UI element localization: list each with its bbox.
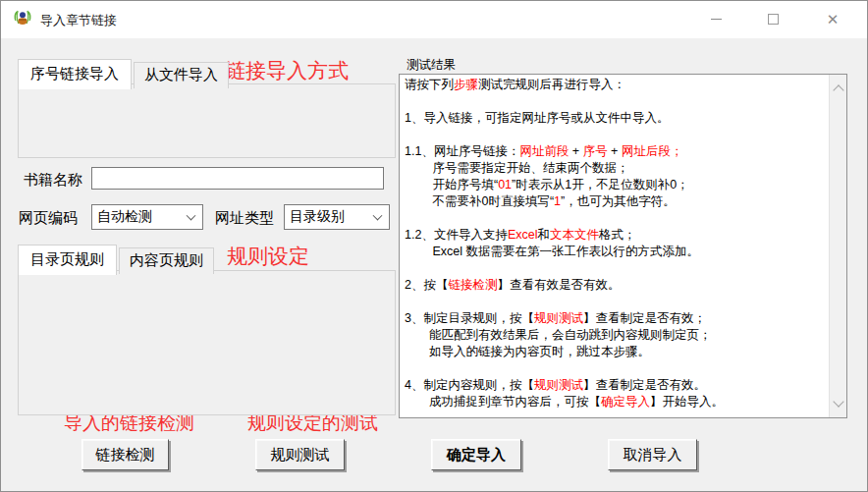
book-name-input[interactable] (91, 167, 384, 190)
cancel-import-button[interactable]: 取消导入 (608, 439, 697, 470)
encoding-select[interactable]: 自动检测 (91, 204, 203, 230)
confirm-import-button[interactable]: 确定导入 (431, 439, 521, 470)
rules-tabs: 目录页规则 内容页规则 (18, 244, 216, 274)
maximize-icon (768, 14, 779, 25)
chevron-down-icon (373, 211, 383, 221)
spider-icon (13, 9, 32, 28)
window-title: 导入章节链接 (40, 12, 117, 29)
annotation-rule-settings: 规则设定 (227, 243, 309, 270)
test-result-title: 测试结果 (407, 57, 456, 74)
encoding-value: 自动检测 (97, 208, 152, 226)
test-result-text: 请按下列步骤测试完规则后再进行导入： 1、导入链接，可指定网址序号或从文件中导入… (400, 75, 829, 417)
rules-pane (18, 270, 396, 415)
link-import-tabs: 序号链接导入 从文件导入 (18, 58, 231, 88)
tab-import-from-file[interactable]: 从文件导入 (134, 62, 229, 88)
scroll-up-icon[interactable] (833, 84, 843, 95)
titlebar: 导入章节链接 ✕ (1, 1, 867, 38)
maximize-button[interactable] (750, 1, 795, 36)
chevron-down-icon (187, 211, 196, 221)
close-button[interactable]: ✕ (810, 1, 855, 36)
import-chapter-links-dialog: 导入章节链接 ✕ 序号链接导入 从文件导入 链接导入方式 网址前段 开始 网址后… (0, 0, 868, 492)
minimize-button[interactable] (693, 1, 738, 36)
scroll-down-icon[interactable] (833, 396, 843, 407)
tab-serial-link-import[interactable]: 序号链接导入 (18, 59, 132, 89)
url-type-value: 目录级别 (290, 208, 345, 226)
vertical-scrollbar[interactable] (829, 75, 846, 417)
tab-content-page-rules[interactable]: 内容页规则 (119, 247, 214, 274)
link-check-button[interactable]: 链接检测 (81, 439, 169, 470)
tab-directory-page-rules[interactable]: 目录页规则 (18, 245, 117, 275)
encoding-label: 网页编码 (19, 209, 78, 228)
url-type-select[interactable]: 目录级别 (284, 204, 390, 230)
url-type-label: 网址类型 (215, 209, 274, 228)
book-name-label: 书籍名称 (24, 171, 82, 190)
test-result-box: 请按下列步骤测试完规则后再进行导入： 1、导入链接，可指定网址序号或从文件中导入… (399, 74, 847, 418)
rule-test-button[interactable]: 规则测试 (255, 439, 345, 470)
minimize-icon (711, 19, 722, 20)
link-import-pane (18, 83, 396, 158)
close-icon: ✕ (827, 12, 840, 27)
annotation-link-import-method: 链接导入方式 (225, 57, 349, 84)
